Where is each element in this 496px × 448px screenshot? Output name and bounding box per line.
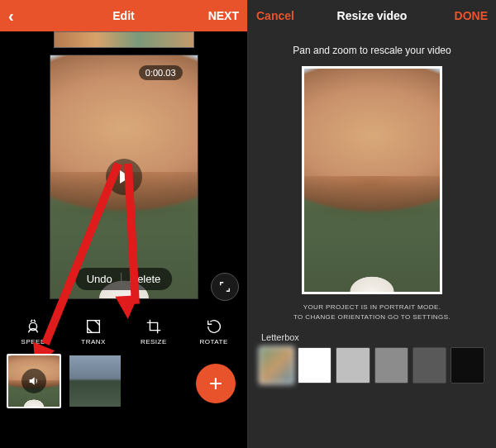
clip-row: + (0, 349, 247, 413)
edit-screen: ‹ Edit NEXT 0:00.03 Undo Delete (0, 0, 248, 448)
resize-title: Resize video (306, 9, 438, 22)
timeline-filmstrip[interactable] (0, 31, 247, 48)
edit-header: ‹ Edit NEXT (0, 0, 247, 31)
volume-icon[interactable] (21, 369, 46, 393)
resize-icon (145, 317, 163, 336)
video-frame-image (304, 69, 440, 292)
rotate-icon (205, 317, 223, 336)
resize-preview[interactable] (302, 66, 442, 294)
orientation-note: YOUR PROJECT IS IN PORTRAIT MODE. TO CHA… (260, 303, 484, 322)
video-preview-area: 0:00.03 Undo Delete (0, 48, 247, 312)
letterbox-swatch-white[interactable] (298, 347, 331, 384)
letterbox-swatch-blur[interactable] (260, 347, 293, 384)
fullscreen-button[interactable] (211, 273, 239, 301)
delete-button[interactable]: Delete (122, 273, 169, 285)
clip-thumbnail[interactable] (7, 354, 61, 408)
cancel-button[interactable]: Cancel (256, 9, 306, 22)
speed-icon (24, 317, 42, 336)
video-preview[interactable]: 0:00.03 Undo Delete (50, 55, 198, 299)
resize-header: Cancel Resize video DONE (248, 0, 496, 31)
resize-hint: Pan and zoom to rescale your video (260, 36, 484, 63)
letterbox-label: Letterbox (261, 332, 484, 342)
timecode-badge: 0:00.03 (139, 65, 183, 80)
edit-title: Edit (58, 9, 189, 22)
add-clip-button[interactable]: + (196, 364, 236, 403)
letterbox-swatch-grey3[interactable] (413, 347, 446, 384)
letterbox-swatch-grey1[interactable] (336, 347, 370, 384)
letterbox-swatches (260, 347, 484, 384)
resize-screen: Cancel Resize video DONE Pan and zoom to… (248, 0, 496, 448)
letterbox-swatch-grey2[interactable] (374, 347, 408, 384)
done-button[interactable]: DONE (438, 9, 488, 22)
undo-button[interactable]: Undo (79, 273, 121, 285)
letterbox-swatch-black[interactable] (451, 347, 484, 384)
svg-rect-1 (88, 321, 100, 333)
next-button[interactable]: NEXT (189, 9, 239, 22)
tool-resize[interactable]: RESIZE (129, 317, 179, 346)
tranx-icon (84, 317, 103, 336)
tool-tranx[interactable]: TRANX (69, 317, 118, 346)
clip-thumbnail[interactable] (68, 354, 122, 408)
tool-rotate[interactable]: ROTATE (189, 317, 239, 346)
back-button[interactable]: ‹ (8, 7, 58, 24)
action-pill: Undo Delete (75, 268, 173, 290)
